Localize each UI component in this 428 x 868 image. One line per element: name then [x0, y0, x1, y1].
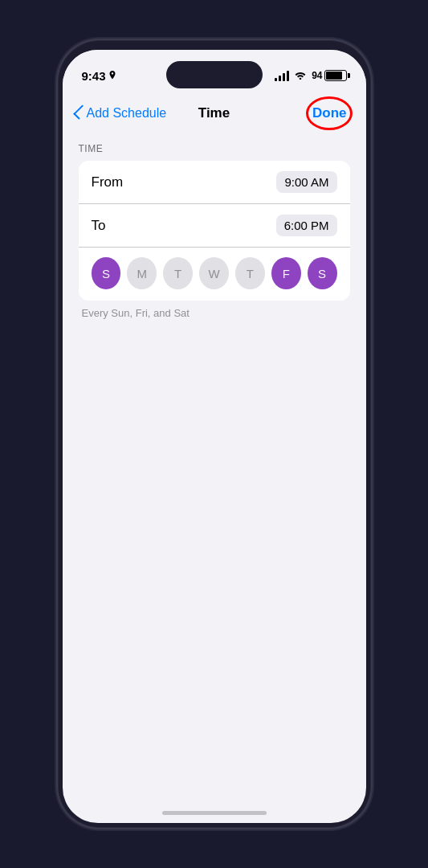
battery-container: 94 — [312, 70, 346, 81]
location-icon — [108, 71, 116, 80]
page-title: Time — [198, 105, 230, 121]
from-time: 9:00 AM — [276, 171, 336, 193]
to-time: 6:00 PM — [276, 215, 337, 236]
day-button-1[interactable]: M — [127, 257, 157, 289]
home-indicator — [162, 811, 267, 815]
status-time: 9:43 — [82, 69, 116, 83]
wifi-icon — [294, 70, 307, 82]
done-button[interactable]: Done — [306, 102, 353, 125]
dynamic-island — [166, 61, 263, 88]
back-button[interactable]: Add Schedule — [75, 106, 167, 121]
from-label: From — [92, 174, 124, 190]
time-card: From 9:00 AM To 6:00 PM SMTWTFS — [79, 161, 350, 301]
battery-percent: 94 — [312, 70, 322, 81]
nav-bar: Add Schedule Time Done — [63, 93, 366, 133]
done-button-wrapper: Done — [306, 102, 353, 125]
from-row[interactable]: From 9:00 AM — [79, 161, 350, 204]
battery-icon — [324, 70, 347, 81]
day-button-2[interactable]: T — [163, 257, 193, 289]
day-button-3[interactable]: W — [199, 257, 229, 289]
schedule-description: Every Sun, Fri, and Sat — [79, 307, 350, 319]
day-button-5[interactable]: F — [271, 257, 301, 289]
day-button-6[interactable]: S — [308, 257, 337, 289]
day-button-4[interactable]: T — [235, 257, 265, 289]
to-row[interactable]: To 6:00 PM — [79, 204, 350, 248]
phone-frame: 9:43 — [58, 40, 371, 828]
to-label: To — [92, 218, 106, 234]
status-icons: 94 — [275, 70, 346, 82]
chevron-left-icon — [73, 104, 88, 119]
section-label: TIME — [79, 143, 350, 154]
day-button-0[interactable]: S — [92, 257, 121, 289]
back-label: Add Schedule — [87, 106, 167, 121]
phone-screen: 9:43 — [63, 50, 366, 823]
days-row: SMTWTFS — [79, 248, 350, 301]
signal-bars — [275, 70, 289, 81]
main-content: TIME From 9:00 AM To 6:00 PM SMTWTFS Eve… — [63, 133, 366, 329]
